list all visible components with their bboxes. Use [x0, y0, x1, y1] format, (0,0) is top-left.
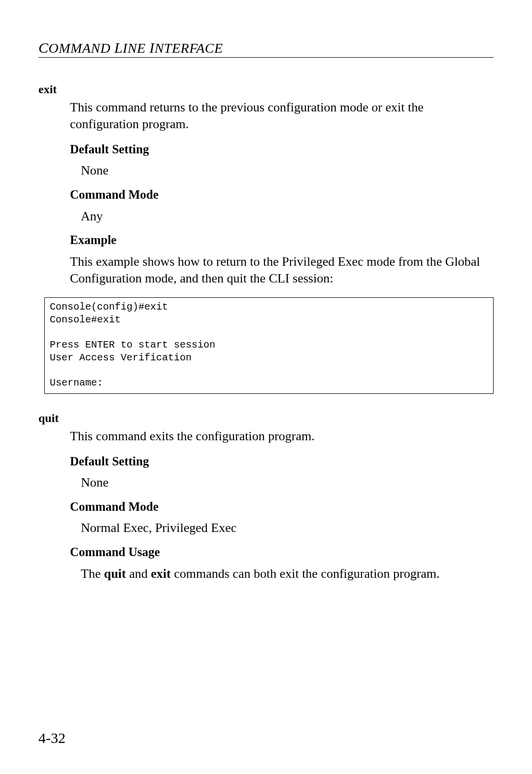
content-area: exit This command returns to the previou… [38, 79, 494, 590]
quit-description: This command exits the configuration pro… [70, 428, 494, 445]
quit-command-mode-value: Normal Exec, Privileged Exec [81, 520, 494, 536]
quit-body: This command exits the configuration pro… [70, 428, 494, 582]
usage-bold-quit: quit [104, 566, 126, 581]
page-number: 4-32 [38, 730, 66, 746]
usage-bold-exit: exit [151, 566, 170, 581]
usage-prefix: The [81, 566, 104, 581]
header-rule [38, 57, 494, 58]
quit-command-mode-heading: Command Mode [70, 499, 494, 515]
exit-command-mode-value: Any [81, 208, 494, 225]
command-name-quit: quit [38, 411, 494, 426]
exit-description: This command returns to the previous con… [70, 99, 494, 133]
exit-example-intro: This example shows how to return to the … [70, 253, 494, 287]
page: COMMAND LINE INTERFACE exit This command… [0, 0, 532, 774]
exit-default-setting-heading: Default Setting [70, 141, 494, 158]
quit-default-setting-heading: Default Setting [70, 454, 494, 470]
command-name-exit: exit [38, 82, 494, 97]
running-header: COMMAND LINE INTERFACE [38, 39, 223, 56]
exit-body: This command returns to the previous con… [70, 99, 494, 286]
quit-default-setting-value: None [81, 474, 494, 491]
quit-command-usage-heading: Command Usage [70, 544, 494, 561]
exit-example-code: Console(config)#exit Console#exit Press … [44, 297, 494, 393]
usage-suffix: commands can both exit the configuration… [171, 566, 440, 581]
exit-default-setting-value: None [81, 162, 494, 179]
usage-mid: and [126, 566, 151, 581]
exit-example-heading: Example [70, 232, 494, 248]
quit-command-usage-text: The quit and exit commands can both exit… [81, 565, 494, 582]
exit-command-mode-heading: Command Mode [70, 187, 494, 203]
